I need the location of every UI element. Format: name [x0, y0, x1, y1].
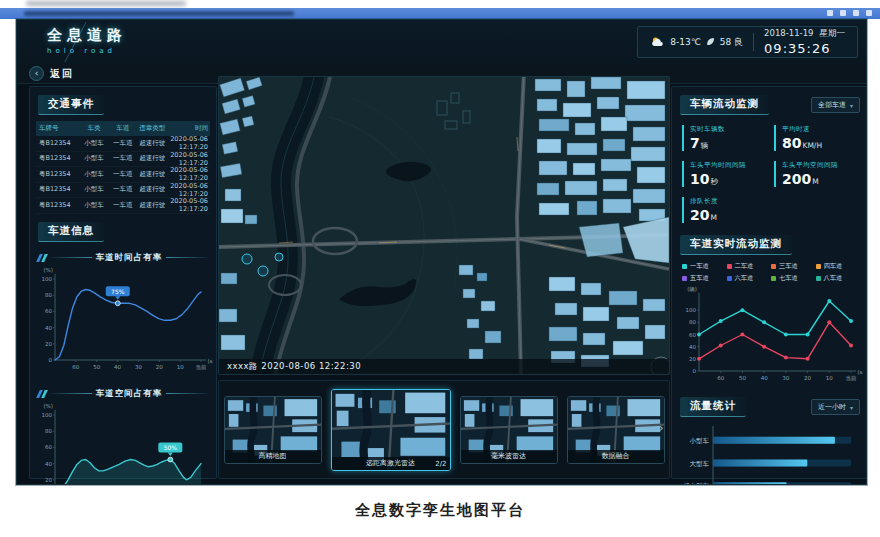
svg-text:超大型车: 超大型车 [683, 482, 710, 485]
svg-text:80: 80 [45, 428, 52, 434]
svg-text:80: 80 [45, 292, 52, 298]
restore-icon[interactable] [853, 10, 859, 16]
time-value: 09:35:26 [764, 41, 845, 56]
brand: 全息道路 holo road [47, 26, 127, 55]
page-title: 全息道路 [47, 26, 127, 45]
page-subtitle: holo road [47, 47, 127, 55]
table-row[interactable]: 粤B12354小型车一车道超速行驶2020-05-06 12:17:20 [36, 183, 210, 199]
air-quality-icon [706, 37, 715, 47]
svg-text:60: 60 [72, 364, 79, 370]
redacted-browser-tabs [0, 0, 880, 8]
table-row[interactable]: 粤B12354小型车一车道超速行驶2020-05-06 12:17:20 [36, 167, 210, 183]
section-title-volume: 流量统计 [680, 397, 746, 417]
section-title-realtime-flow: 车道实时流动监测 [680, 235, 792, 255]
svg-text:0: 0 [49, 357, 53, 363]
datetime: 2018-11-19星期一 09:35:26 [764, 28, 845, 56]
window-titlebar [0, 8, 880, 19]
svg-text:10: 10 [826, 375, 833, 381]
svg-text:100: 100 [42, 412, 53, 418]
map-panel[interactable]: xxxx路 2020-08-06 12:22:30 [218, 76, 670, 375]
stat-card: 车头平均空间间隔200M [774, 161, 858, 187]
maximize-icon[interactable] [840, 10, 846, 16]
table-row[interactable]: 粤B12354小型车一车道超速行驶2020-05-06 12:17:20 [36, 198, 210, 214]
svg-text:(s): (s) [857, 369, 863, 375]
dashboard-header: 全息道路 holo road 8-13℃ 58 良 201 [17, 20, 866, 65]
carousel-thumbnail[interactable]: 毫米波雷达 [460, 396, 558, 464]
traffic-events-table[interactable]: 车牌号车类车道违章类型时间粤B12354小型车一车道超速行驶2020-05-06… [36, 121, 210, 214]
legend-item[interactable]: 一车道 [682, 262, 725, 271]
close-icon[interactable] [866, 10, 872, 16]
svg-text:(%): (%) [43, 267, 53, 273]
lane-legend[interactable]: 一车道二车道三车道四车道五车道六车道七车道八车道 [682, 262, 858, 283]
chevron-down-icon: ▾ [850, 102, 853, 109]
table-row[interactable]: 粤B12354小型车一车道超速行驶2020-05-06 12:17:20 [36, 152, 210, 168]
stat-card: 车头平均时间间隔10秒 [682, 161, 766, 187]
carousel-thumbnail[interactable]: 远距离激光雷达2/2 [331, 389, 451, 471]
thumbnail-badge: 2/2 [435, 460, 446, 468]
window-controls[interactable] [827, 10, 872, 16]
svg-text:大型车: 大型车 [690, 460, 710, 468]
carousel-thumbnail[interactable]: 数据融合 [567, 396, 665, 464]
svg-text:当前: 当前 [846, 375, 858, 381]
stat-card: 排队长度20M [682, 197, 766, 223]
legend-item[interactable]: 四车道 [816, 262, 859, 271]
stat-card: 平均时速80KM/H [774, 125, 858, 151]
back-chevron-icon: ‹ [29, 66, 44, 81]
legend-item[interactable]: 八车道 [816, 274, 859, 283]
back-button[interactable]: ‹ 返回 [29, 66, 74, 81]
chevron-down-icon: ▾ [850, 404, 853, 411]
time-range-dropdown[interactable]: 近一小时▾ [811, 399, 860, 415]
legend-item[interactable]: 七车道 [771, 274, 814, 283]
svg-text:40: 40 [761, 375, 768, 381]
map-3d-view[interactable] [219, 77, 669, 374]
chart-header-lane-space: 车道空间占有率 [38, 388, 208, 400]
svg-text:20: 20 [804, 375, 811, 381]
page-footer-caption: 全息数字孪生地图平台 [0, 501, 880, 520]
svg-text:20: 20 [45, 340, 52, 346]
carousel-thumbnail[interactable]: 高精地图 [224, 396, 322, 464]
svg-text:小型车: 小型车 [690, 437, 710, 445]
svg-text:30: 30 [135, 364, 142, 370]
table-row[interactable]: 粤B12354小型车一车道超速行驶2020-05-06 12:17:20 [36, 136, 210, 152]
realtime-flow-chart[interactable]: 020406080100(辆)605040302010当前(s) [677, 285, 863, 389]
volume-bar-chart[interactable]: 小型车大型车超大型车020,00040,00060,000 [677, 421, 863, 485]
lane-space-occupancy-chart[interactable]: 020406080100(%)605040302010当前(s)50% [33, 402, 213, 486]
map-caption-bar: xxxx路 2020-08-06 12:22:30 [219, 359, 669, 374]
section-title-vehicle-flow: 车辆流动监测 [680, 95, 769, 115]
svg-text:当前: 当前 [196, 364, 208, 370]
svg-text:60: 60 [717, 375, 724, 381]
weather-temp: 8-13℃ [670, 37, 701, 47]
page: 全息道路 holo road 8-13℃ 58 良 201 [0, 0, 880, 537]
date-value: 2018-11-19 [764, 28, 813, 38]
carousel-thumbnails: 高精地图远距离激光雷达2/2毫米波雷达数据融合 [233, 386, 655, 473]
svg-text:20: 20 [156, 364, 163, 370]
legend-item[interactable]: 二车道 [727, 262, 770, 271]
lane-filter-dropdown[interactable]: 全部车道▾ [811, 97, 860, 113]
minimize-icon[interactable] [827, 10, 833, 16]
flow-stats-grid: 实时车辆数7辆平均时速80KM/H车头平均时间间隔10秒车头平均空间间隔200M… [682, 125, 858, 223]
svg-text:(辆): (辆) [687, 286, 697, 293]
svg-text:40: 40 [45, 460, 52, 466]
svg-text:0: 0 [693, 368, 697, 374]
header-divider [753, 33, 754, 51]
section-title-traffic-events: 交通事件 [38, 95, 104, 115]
legend-item[interactable]: 五车道 [682, 274, 725, 283]
city-map [219, 77, 669, 374]
chart-title-lane-space: 车道空间占有率 [96, 388, 163, 400]
svg-text:60: 60 [45, 308, 52, 314]
svg-text:60: 60 [689, 332, 696, 338]
svg-text:50: 50 [93, 364, 100, 370]
svg-text:75%: 75% [111, 287, 125, 294]
svg-text:50%: 50% [164, 443, 178, 450]
legend-item[interactable]: 三车道 [771, 262, 814, 271]
svg-text:40: 40 [45, 324, 52, 330]
svg-text:30: 30 [782, 375, 789, 381]
lane-time-occupancy-chart[interactable]: 020406080100(%)605040302010当前(s)75% [33, 266, 213, 378]
air-quality: 58 良 [720, 36, 743, 49]
back-label: 返回 [50, 67, 74, 81]
svg-text:20: 20 [45, 476, 52, 482]
carousel-next-button[interactable]: › [655, 419, 667, 437]
weather: 8-13℃ 58 良 [650, 36, 743, 49]
legend-item[interactable]: 六车道 [727, 274, 770, 283]
svg-text:100: 100 [42, 276, 53, 282]
